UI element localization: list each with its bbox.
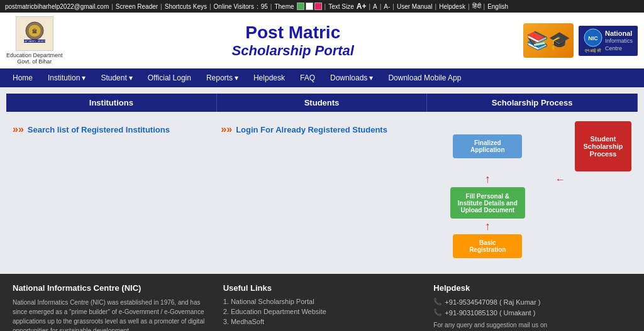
links-title: Useful Links xyxy=(223,283,421,293)
footer-link-3[interactable]: 3. MedhaSoft xyxy=(223,318,421,325)
theme-pink[interactable] xyxy=(314,3,322,10)
nic-footer-title: National Informatics Centre (NIC) xyxy=(13,283,211,293)
theme-white[interactable] xyxy=(306,3,313,10)
nav-student[interactable]: Student ▾ xyxy=(93,68,140,87)
nic-footer-desc: National Informatics Centre (NIC) was es… xyxy=(13,298,211,331)
footer-link-2[interactable]: 2. Education Department Website xyxy=(223,308,421,315)
institutions-link-text: Search list of Registered Institutions xyxy=(28,125,170,134)
dept-logo: 🏛 SATYAMEV JAYATE Education Department G… xyxy=(6,16,63,65)
nic-logo: NIC एन आई सी National Informatics Centre xyxy=(579,26,638,56)
nav-faq[interactable]: FAQ xyxy=(292,68,323,87)
process-box-finalized: Finalized Application xyxy=(453,134,522,158)
text-size-a[interactable]: A xyxy=(373,3,377,10)
title-line2: Scholarship Portal xyxy=(63,43,523,59)
svg-text:🏛: 🏛 xyxy=(32,28,37,35)
process-box-basic: Basic Registration xyxy=(453,234,522,258)
hindi-link[interactable]: हिंदी xyxy=(472,3,481,10)
user-manual-link[interactable]: User Manual xyxy=(397,3,433,10)
portal-title: Post Matric Scholarship Portal xyxy=(63,23,523,59)
footer-nic: National Informatics Centre (NIC) Nation… xyxy=(13,283,211,331)
helpdesk-title: Helpdesk xyxy=(433,283,631,293)
svg-text:SATYAMEV JAYATE: SATYAMEV JAYATE xyxy=(23,40,47,43)
students-link-text: Login For Already Registered Students xyxy=(236,125,387,134)
theme-green[interactable] xyxy=(297,3,304,10)
helpdesk-link[interactable]: Helpdesk xyxy=(439,3,465,10)
arrow-left: ← xyxy=(551,174,570,185)
text-size-label: Text Size xyxy=(328,3,354,10)
footer: National Informatics Centre (NIC) Nation… xyxy=(0,274,644,331)
students-header: Students xyxy=(217,94,428,112)
nav-reports[interactable]: Reports ▾ xyxy=(199,68,246,87)
text-size-aplus[interactable]: A+ xyxy=(357,2,367,11)
process-diagram: Finalized Application Student Scholarshi… xyxy=(430,121,631,258)
col-institutions: »» Search list of Registered Institution… xyxy=(13,121,214,258)
footer-link-1[interactable]: 1. National Scholarship Portal xyxy=(223,298,421,305)
nav-helpdesk[interactable]: Helpdesk xyxy=(246,68,292,87)
nav-institution[interactable]: Institution ▾ xyxy=(40,68,93,87)
nav-student-arrow: ▾ xyxy=(129,73,133,82)
nav-reports-arrow: ▾ xyxy=(235,73,238,82)
visitors-number: 95 xyxy=(261,3,268,10)
theme-label: Theme xyxy=(274,3,294,10)
nav-home[interactable]: Home xyxy=(5,68,40,87)
students-link[interactable]: »» Login For Already Registered Students xyxy=(221,121,423,138)
dept-gov: Govt. of Bihar xyxy=(6,58,63,65)
section-headers: Institutions Students Scholarship Proces… xyxy=(6,94,638,112)
nav-mobile-app[interactable]: Download Mobile App xyxy=(380,68,469,87)
title-line1: Post Matric xyxy=(63,23,523,43)
main-content: Institutions Students Scholarship Proces… xyxy=(0,87,644,274)
text-size-aminus[interactable]: A- xyxy=(384,3,390,10)
footer-helpdesk: Helpdesk 📞 +91-9534547098 ( Raj Kumar ) … xyxy=(433,283,631,331)
process-header: Scholarship Process xyxy=(427,94,638,112)
helpdesk-phone2: 📞 +91-9031085130 ( Umakant ) xyxy=(433,308,631,317)
screen-reader-link[interactable]: Screen Reader xyxy=(116,3,158,10)
arrow-icon-institutions: »» xyxy=(13,124,24,135)
process-box-student: Student Scholarship Process xyxy=(575,121,631,171)
phone-icon-1: 📞 xyxy=(433,298,442,306)
content-columns: »» Search list of Registered Institution… xyxy=(6,112,638,268)
books-image: 📚🎓 xyxy=(523,23,574,58)
emblem-image: 🏛 SATYAMEV JAYATE xyxy=(16,16,53,51)
nav-downloads[interactable]: Downloads ▾ xyxy=(323,68,380,87)
dept-name: Education Department xyxy=(6,52,63,58)
arrow-up-2: ↑ xyxy=(485,220,491,233)
nav-official-login[interactable]: Official Login xyxy=(140,68,199,87)
top-email[interactable]: postmatricbiharhelp2022@gmail.com xyxy=(5,3,109,10)
visitors-label: Online Visitors xyxy=(214,3,254,10)
helpdesk-phone1: 📞 +91-9534547098 ( Raj Kumar ) xyxy=(433,298,631,306)
process-box-fill: Fill Personal & Institute Details and Up… xyxy=(450,187,525,219)
institutions-link[interactable]: »» Search list of Registered Institution… xyxy=(13,121,214,138)
theme-selector[interactable] xyxy=(297,3,322,10)
col-process: Finalized Application Student Scholarshi… xyxy=(430,121,631,258)
helpdesk-mail-text: For any query and suggestion mail us on xyxy=(433,320,631,330)
header-right-logos: 📚🎓 NIC एन आई सी National Informatics Cen… xyxy=(523,23,638,58)
nav-institution-arrow: ▾ xyxy=(82,73,86,82)
nic-text: National Informatics Centre xyxy=(605,29,633,53)
col-students: »» Login For Already Registered Students xyxy=(221,121,423,258)
svg-text:NIC: NIC xyxy=(588,35,598,41)
main-nav: Home Institution ▾ Student ▾ Official Lo… xyxy=(0,68,644,87)
institutions-header: Institutions xyxy=(6,94,217,112)
nav-downloads-arrow: ▾ xyxy=(369,73,373,82)
footer-links-list: 1. National Scholarship Portal 2. Educat… xyxy=(223,298,421,325)
nic-label: एन आई सी xyxy=(585,48,602,53)
top-bar: postmatricbiharhelp2022@gmail.com | Scre… xyxy=(0,0,644,13)
english-link[interactable]: English xyxy=(487,3,508,10)
phone-icon-2: 📞 xyxy=(433,308,442,317)
arrow-icon-students: »» xyxy=(221,124,232,135)
footer-links: Useful Links 1. National Scholarship Por… xyxy=(223,283,421,331)
arrow-up-1: ↑ xyxy=(485,173,491,186)
site-header: 🏛 SATYAMEV JAYATE Education Department G… xyxy=(0,13,644,68)
shortcuts-link[interactable]: Shortcuts Keys xyxy=(165,3,207,10)
visitors-count: : xyxy=(257,3,258,10)
